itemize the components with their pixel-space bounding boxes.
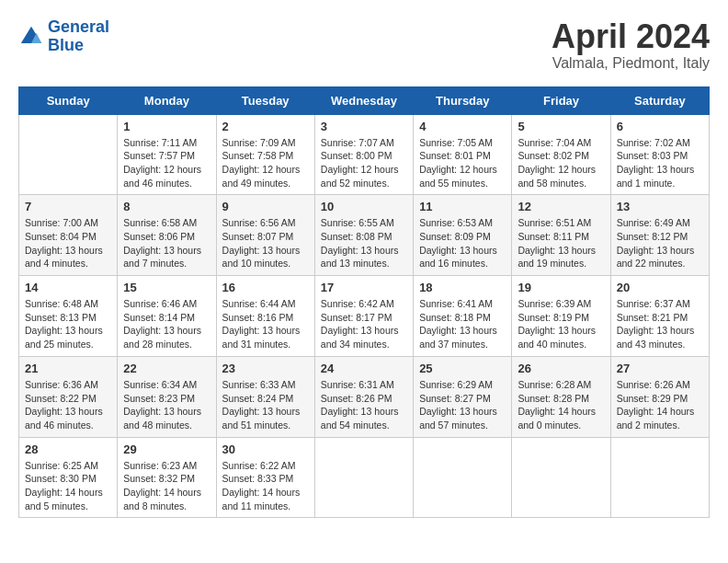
calendar-week-row: 28Sunrise: 6:25 AM Sunset: 8:30 PM Dayli…: [19, 437, 710, 518]
calendar-cell: 5Sunrise: 7:04 AM Sunset: 8:02 PM Daylig…: [512, 114, 610, 195]
day-info: Sunrise: 7:05 AM Sunset: 8:01 PM Dayligh…: [419, 136, 506, 190]
day-info: Sunrise: 7:07 AM Sunset: 8:00 PM Dayligh…: [321, 136, 407, 190]
calendar-cell: 10Sunrise: 6:55 AM Sunset: 8:08 PM Dayli…: [314, 195, 413, 276]
day-info: Sunrise: 7:00 AM Sunset: 8:04 PM Dayligh…: [25, 216, 111, 270]
calendar-cell: 14Sunrise: 6:48 AM Sunset: 8:13 PM Dayli…: [19, 276, 118, 357]
calendar-cell: [414, 437, 512, 518]
day-info: Sunrise: 7:02 AM Sunset: 8:03 PM Dayligh…: [617, 136, 703, 190]
calendar-cell: 17Sunrise: 6:42 AM Sunset: 8:17 PM Dayli…: [314, 276, 413, 357]
day-of-week-header: Friday: [512, 86, 610, 114]
days-header-row: SundayMondayTuesdayWednesdayThursdayFrid…: [19, 86, 710, 114]
day-info: Sunrise: 6:22 AM Sunset: 8:33 PM Dayligh…: [222, 459, 309, 513]
day-of-week-header: Thursday: [414, 86, 512, 114]
day-number: 28: [25, 442, 111, 456]
calendar-cell: 25Sunrise: 6:29 AM Sunset: 8:27 PM Dayli…: [414, 356, 512, 437]
calendar-cell: 24Sunrise: 6:31 AM Sunset: 8:26 PM Dayli…: [314, 356, 413, 437]
day-info: Sunrise: 6:55 AM Sunset: 8:08 PM Dayligh…: [321, 216, 407, 270]
day-number: 24: [321, 362, 407, 375]
day-info: Sunrise: 6:37 AM Sunset: 8:21 PM Dayligh…: [617, 297, 703, 351]
logo: General Blue: [18, 18, 109, 55]
calendar-cell: 20Sunrise: 6:37 AM Sunset: 8:21 PM Dayli…: [610, 276, 709, 357]
calendar-cell: 13Sunrise: 6:49 AM Sunset: 8:12 PM Dayli…: [610, 195, 709, 276]
day-info: Sunrise: 6:25 AM Sunset: 8:30 PM Dayligh…: [25, 459, 111, 513]
day-number: 25: [419, 362, 506, 375]
day-number: 30: [222, 442, 309, 456]
page-header: General Blue April 2024 Valmala, Piedmon…: [18, 18, 710, 72]
calendar-week-row: 7Sunrise: 7:00 AM Sunset: 8:04 PM Daylig…: [19, 195, 710, 276]
day-info: Sunrise: 6:33 AM Sunset: 8:24 PM Dayligh…: [222, 378, 309, 432]
calendar-week-row: 1Sunrise: 7:11 AM Sunset: 7:57 PM Daylig…: [19, 114, 710, 195]
calendar-cell: 12Sunrise: 6:51 AM Sunset: 8:11 PM Dayli…: [512, 195, 610, 276]
day-number: 18: [419, 281, 506, 294]
day-number: 13: [617, 200, 703, 213]
day-info: Sunrise: 6:58 AM Sunset: 8:06 PM Dayligh…: [123, 216, 210, 270]
calendar-cell: 30Sunrise: 6:22 AM Sunset: 8:33 PM Dayli…: [216, 437, 314, 518]
day-info: Sunrise: 6:44 AM Sunset: 8:16 PM Dayligh…: [222, 297, 309, 351]
calendar-cell: 8Sunrise: 6:58 AM Sunset: 8:06 PM Daylig…: [118, 195, 216, 276]
day-info: Sunrise: 6:42 AM Sunset: 8:17 PM Dayligh…: [321, 297, 407, 351]
calendar-cell: 6Sunrise: 7:02 AM Sunset: 8:03 PM Daylig…: [610, 114, 709, 195]
day-number: 26: [518, 362, 604, 375]
title-block: April 2024 Valmala, Piedmont, Italy: [552, 18, 710, 72]
calendar-cell: [512, 437, 610, 518]
day-info: Sunrise: 6:53 AM Sunset: 8:09 PM Dayligh…: [419, 216, 506, 270]
calendar-cell: 23Sunrise: 6:33 AM Sunset: 8:24 PM Dayli…: [216, 356, 314, 437]
month-title: April 2024: [552, 18, 710, 55]
calendar-table: SundayMondayTuesdayWednesdayThursdayFrid…: [18, 86, 710, 519]
calendar-cell: 2Sunrise: 7:09 AM Sunset: 7:58 PM Daylig…: [216, 114, 314, 195]
day-info: Sunrise: 6:56 AM Sunset: 8:07 PM Dayligh…: [222, 216, 309, 270]
calendar-cell: [19, 114, 118, 195]
day-number: 9: [222, 200, 309, 213]
day-info: Sunrise: 6:49 AM Sunset: 8:12 PM Dayligh…: [617, 216, 703, 270]
day-number: 1: [123, 120, 210, 133]
location: Valmala, Piedmont, Italy: [552, 55, 710, 72]
day-number: 12: [518, 200, 604, 213]
day-of-week-header: Sunday: [19, 86, 118, 114]
calendar-cell: 18Sunrise: 6:41 AM Sunset: 8:18 PM Dayli…: [414, 276, 512, 357]
day-number: 2: [222, 120, 309, 133]
calendar-cell: 9Sunrise: 6:56 AM Sunset: 8:07 PM Daylig…: [216, 195, 314, 276]
day-number: 7: [25, 200, 111, 213]
calendar-cell: 16Sunrise: 6:44 AM Sunset: 8:16 PM Dayli…: [216, 276, 314, 357]
day-info: Sunrise: 6:46 AM Sunset: 8:14 PM Dayligh…: [123, 297, 210, 351]
calendar-cell: 22Sunrise: 6:34 AM Sunset: 8:23 PM Dayli…: [118, 356, 216, 437]
day-info: Sunrise: 6:51 AM Sunset: 8:11 PM Dayligh…: [518, 216, 604, 270]
calendar-cell: 3Sunrise: 7:07 AM Sunset: 8:00 PM Daylig…: [314, 114, 413, 195]
day-info: Sunrise: 6:48 AM Sunset: 8:13 PM Dayligh…: [25, 297, 111, 351]
day-info: Sunrise: 6:29 AM Sunset: 8:27 PM Dayligh…: [419, 378, 506, 432]
day-info: Sunrise: 6:34 AM Sunset: 8:23 PM Dayligh…: [123, 378, 210, 432]
day-info: Sunrise: 6:41 AM Sunset: 8:18 PM Dayligh…: [419, 297, 506, 351]
calendar-cell: 26Sunrise: 6:28 AM Sunset: 8:28 PM Dayli…: [512, 356, 610, 437]
calendar-week-row: 21Sunrise: 6:36 AM Sunset: 8:22 PM Dayli…: [19, 356, 710, 437]
calendar-cell: 21Sunrise: 6:36 AM Sunset: 8:22 PM Dayli…: [19, 356, 118, 437]
calendar-cell: 4Sunrise: 7:05 AM Sunset: 8:01 PM Daylig…: [414, 114, 512, 195]
day-number: 3: [321, 120, 407, 133]
day-number: 19: [518, 281, 604, 294]
calendar-cell: 28Sunrise: 6:25 AM Sunset: 8:30 PM Dayli…: [19, 437, 118, 518]
day-number: 17: [321, 281, 407, 294]
day-number: 22: [123, 362, 210, 375]
calendar-cell: [314, 437, 413, 518]
day-info: Sunrise: 6:26 AM Sunset: 8:29 PM Dayligh…: [617, 378, 703, 432]
calendar-cell: 7Sunrise: 7:00 AM Sunset: 8:04 PM Daylig…: [19, 195, 118, 276]
day-number: 21: [25, 362, 111, 375]
day-number: 14: [25, 281, 111, 294]
calendar-cell: 27Sunrise: 6:26 AM Sunset: 8:29 PM Dayli…: [610, 356, 709, 437]
day-number: 29: [123, 442, 210, 456]
day-number: 8: [123, 200, 210, 213]
logo-text: General Blue: [48, 18, 109, 55]
day-info: Sunrise: 7:11 AM Sunset: 7:57 PM Dayligh…: [123, 136, 210, 190]
calendar-cell: 15Sunrise: 6:46 AM Sunset: 8:14 PM Dayli…: [118, 276, 216, 357]
day-number: 23: [222, 362, 309, 375]
day-number: 4: [419, 120, 506, 133]
day-number: 5: [518, 120, 604, 133]
day-number: 16: [222, 281, 309, 294]
day-info: Sunrise: 7:09 AM Sunset: 7:58 PM Dayligh…: [222, 136, 309, 190]
day-number: 20: [617, 281, 703, 294]
day-info: Sunrise: 6:39 AM Sunset: 8:19 PM Dayligh…: [518, 297, 604, 351]
calendar-cell: [610, 437, 709, 518]
day-of-week-header: Wednesday: [314, 86, 413, 114]
day-number: 10: [321, 200, 407, 213]
day-of-week-header: Tuesday: [216, 86, 314, 114]
day-info: Sunrise: 6:36 AM Sunset: 8:22 PM Dayligh…: [25, 378, 111, 432]
